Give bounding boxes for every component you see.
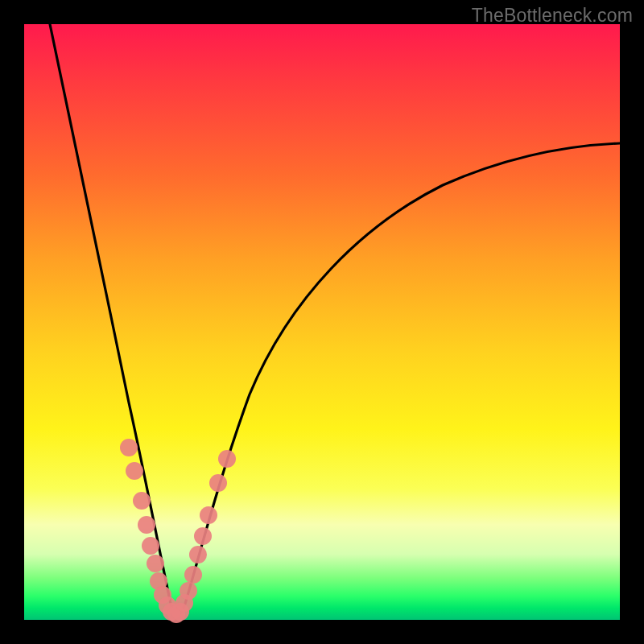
svg-point-2 xyxy=(133,492,151,510)
curve-left-branch xyxy=(50,24,177,616)
chart-plot-area xyxy=(24,24,620,620)
svg-point-13 xyxy=(180,582,197,600)
svg-point-1 xyxy=(126,462,143,480)
svg-point-15 xyxy=(189,546,207,564)
svg-point-0 xyxy=(120,439,138,456)
svg-point-3 xyxy=(138,516,155,534)
chart-svg xyxy=(24,24,620,620)
chart-frame: TheBottleneck.com xyxy=(0,0,644,644)
svg-point-5 xyxy=(147,555,164,572)
svg-point-19 xyxy=(218,450,236,468)
svg-point-17 xyxy=(200,506,217,524)
watermark-text: TheBottleneck.com xyxy=(472,5,633,27)
svg-point-16 xyxy=(194,527,212,545)
svg-point-18 xyxy=(209,474,227,492)
svg-point-14 xyxy=(184,566,202,584)
svg-point-4 xyxy=(142,537,159,555)
curve-right-branch xyxy=(177,143,620,616)
data-dots xyxy=(120,439,236,623)
